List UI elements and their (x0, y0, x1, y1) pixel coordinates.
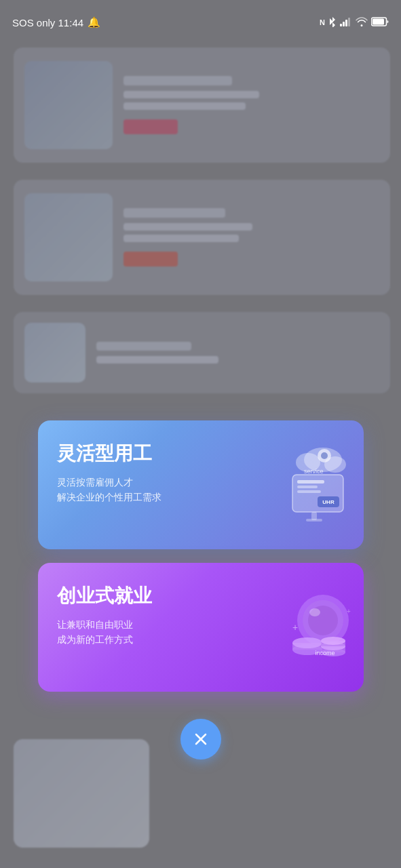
svg-rect-3 (348, 18, 350, 26)
svg-point-23 (309, 608, 320, 616)
svg-rect-2 (345, 20, 347, 26)
status-left: SOS only 11:44 🔔 (12, 16, 100, 28)
signal-icon (340, 17, 352, 28)
svg-point-10 (321, 452, 328, 459)
card-flexible-desc: 灵活按需雇佣人才 解决企业的个性用工需求 (57, 475, 193, 505)
svg-text:service: service (304, 468, 324, 475)
svg-text:+: + (292, 622, 298, 633)
svg-text:UHR: UHR (322, 499, 335, 505)
svg-rect-1 (343, 22, 345, 26)
svg-rect-19 (306, 519, 322, 521)
svg-rect-5 (373, 18, 384, 24)
card-flexible[interactable]: 灵活型用工 灵活按需雇佣人才 解决企业的个性用工需求 (38, 420, 364, 549)
svg-text:income: income (315, 650, 335, 656)
card-startup[interactable]: 创业式就业 让兼职和自由职业 成为新的工作方式 (38, 563, 364, 692)
bell-icon: 🔔 (88, 16, 100, 28)
svg-rect-12 (297, 480, 324, 484)
svg-point-31 (321, 637, 345, 645)
close-button[interactable] (180, 719, 221, 760)
card-flexible-illustration: UHR service (255, 441, 350, 529)
svg-text:+: + (347, 608, 351, 615)
card-startup-title: 创业式就业 (57, 583, 193, 609)
card-startup-illustration: income + + (259, 583, 354, 671)
status-bar: SOS only 11:44 🔔 N (0, 0, 401, 38)
svg-rect-0 (340, 24, 342, 26)
svg-point-26 (292, 637, 322, 648)
card-startup-desc: 让兼职和自由职业 成为新的工作方式 (57, 617, 193, 648)
svg-rect-13 (297, 486, 318, 488)
card-flexible-title: 灵活型用工 (57, 441, 193, 467)
status-right: N (320, 16, 389, 29)
svg-rect-14 (297, 490, 321, 493)
nfc-icon: N (320, 18, 325, 26)
status-text: SOS only 11:44 (12, 17, 83, 28)
wifi-icon (356, 17, 368, 28)
bluetooth-icon (328, 16, 337, 29)
battery-icon (371, 17, 389, 28)
modal-container: 灵活型用工 灵活按需雇佣人才 解决企业的个性用工需求 (38, 420, 364, 760)
